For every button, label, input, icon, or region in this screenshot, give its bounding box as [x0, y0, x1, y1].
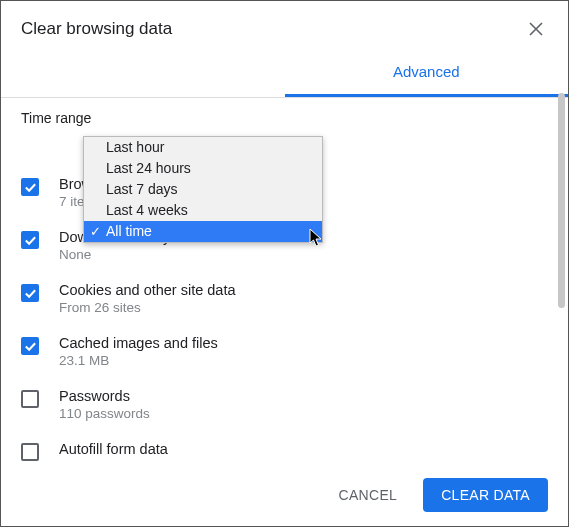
checkbox-download-history[interactable] [21, 231, 39, 249]
checkbox-cookies[interactable] [21, 284, 39, 302]
checkbox-passwords[interactable] [21, 390, 39, 408]
dropdown-option[interactable]: Last hour [84, 137, 322, 158]
item-label: Passwords [59, 388, 150, 404]
close-icon [529, 22, 543, 36]
tab-advanced[interactable]: Advanced [285, 49, 569, 97]
time-range-label: Time range [21, 110, 91, 126]
list-item: Cached images and files 23.1 MB [21, 325, 560, 378]
tabs: Advanced [1, 49, 568, 98]
item-label: Cookies and other site data [59, 282, 236, 298]
item-label: Autofill form data [59, 441, 168, 457]
cancel-button[interactable]: CANCEL [321, 478, 416, 512]
dropdown-option-selected[interactable]: All time [84, 221, 322, 242]
item-sub: 23.1 MB [59, 353, 218, 368]
list-item: Passwords 110 passwords [21, 378, 560, 431]
checkbox-cached-images[interactable] [21, 337, 39, 355]
dropdown-option[interactable]: Last 7 days [84, 179, 322, 200]
list-item: Cookies and other site data From 26 site… [21, 272, 560, 325]
item-sub: None [59, 247, 170, 262]
item-label: Cached images and files [59, 335, 218, 351]
list-item: Autofill form data [21, 431, 560, 464]
time-range-dropdown[interactable]: Last hour Last 24 hours Last 7 days Last… [83, 136, 323, 243]
item-sub: From 26 sites [59, 300, 236, 315]
time-range-row: Time range [21, 110, 560, 126]
item-sub: 110 passwords [59, 406, 150, 421]
dialog-title: Clear browsing data [21, 19, 172, 39]
checkbox-autofill[interactable] [21, 443, 39, 461]
clear-data-button[interactable]: CLEAR DATA [423, 478, 548, 512]
checkbox-browsing-history[interactable] [21, 178, 39, 196]
dropdown-option[interactable]: Last 24 hours [84, 158, 322, 179]
dialog-header: Clear browsing data [1, 1, 568, 49]
dropdown-option[interactable]: Last 4 weeks [84, 200, 322, 221]
tab-basic[interactable] [1, 49, 285, 97]
scrollbar[interactable] [558, 93, 565, 308]
close-button[interactable] [524, 17, 548, 41]
dialog-footer: CANCEL CLEAR DATA [1, 464, 568, 526]
dialog-body: Last hour Last 24 hours Last 7 days Last… [1, 98, 568, 464]
clear-browsing-data-dialog: Clear browsing data Advanced Last hour L… [1, 1, 568, 526]
